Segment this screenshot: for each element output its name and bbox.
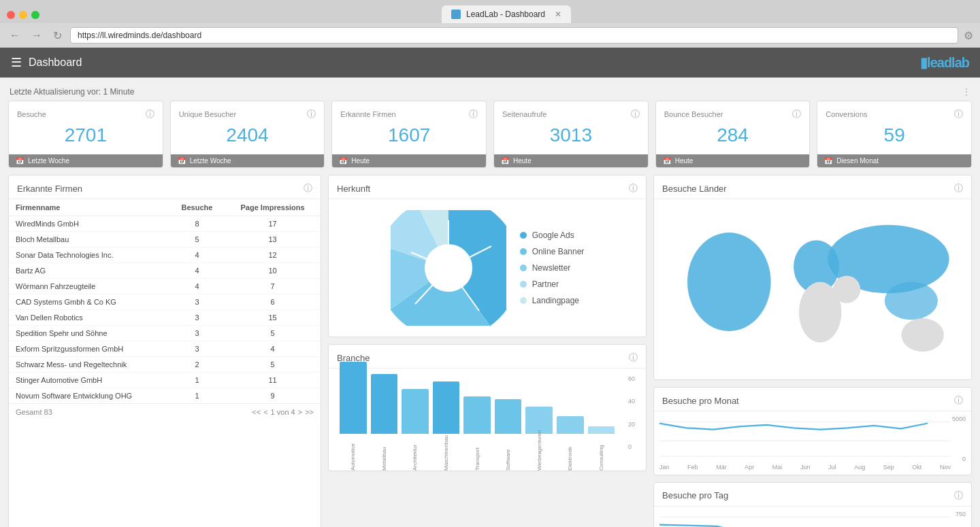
x-axis-label: Jan bbox=[659, 464, 670, 471]
calendar-icon-bounce: 📅 bbox=[663, 157, 671, 165]
table-row[interactable]: WiredMinds GmbH817 bbox=[9, 216, 321, 232]
first-page-button[interactable]: << bbox=[252, 408, 261, 416]
monat-y-max: 5000 bbox=[952, 415, 966, 422]
info-icon-firmen[interactable]: ⓘ bbox=[469, 108, 478, 120]
stat-value-besuche: 2701 bbox=[17, 120, 154, 150]
table-cell: 4 bbox=[225, 341, 321, 357]
besuche-laender-info-icon[interactable]: ⓘ bbox=[954, 182, 963, 194]
last-page-button[interactable]: >> bbox=[305, 408, 314, 416]
x-axis-label: Aug bbox=[854, 464, 865, 471]
bar-group: Architektur bbox=[402, 389, 429, 471]
stat-footer-unique: 📅 Letzte Woche bbox=[171, 154, 325, 167]
herkunft-pie-chart bbox=[391, 210, 506, 326]
table-row[interactable]: Schwarz Mess- und Regeltechnik25 bbox=[9, 357, 321, 373]
table-cell: 10 bbox=[225, 263, 321, 279]
x-axis-label: Apr bbox=[745, 464, 754, 471]
table-row[interactable]: Van Dellen Robotics315 bbox=[9, 310, 321, 326]
stat-value-bounce: 284 bbox=[664, 120, 802, 150]
stat-label-unique: Unique Besucher bbox=[179, 110, 236, 118]
refresh-button[interactable]: ↻ bbox=[50, 28, 65, 44]
url-bar[interactable] bbox=[70, 27, 958, 44]
x-axis-label: Feb bbox=[687, 464, 698, 471]
table-cell: 13 bbox=[225, 232, 321, 248]
bar-group: Metallbau bbox=[371, 374, 398, 471]
table-row[interactable]: CAD Systems Gmbh & Co KG36 bbox=[9, 294, 321, 310]
bar-group: Elektronik bbox=[557, 416, 584, 471]
stat-value-seiten: 3013 bbox=[502, 120, 640, 150]
bar-label: Software bbox=[505, 437, 511, 471]
info-icon-unique[interactable]: ⓘ bbox=[307, 108, 316, 120]
besuche-laender-header: Besuche Länder ⓘ bbox=[654, 175, 971, 199]
more-options-icon[interactable]: ⋮ bbox=[962, 87, 970, 97]
branche-info-icon[interactable]: ⓘ bbox=[629, 352, 638, 364]
bar-label: Consulting bbox=[598, 437, 604, 471]
world-map-container bbox=[654, 199, 971, 379]
svg-point-16 bbox=[901, 318, 943, 352]
table-row[interactable]: Exform Spritzgussformen GmbH34 bbox=[9, 341, 321, 357]
tab-close-button[interactable]: ✕ bbox=[555, 10, 561, 19]
legend-item-landing: Landingpage bbox=[520, 296, 585, 305]
info-icon-besuche[interactable]: ⓘ bbox=[146, 108, 154, 120]
next-page-button[interactable]: > bbox=[298, 408, 302, 416]
besuche-monat-info-icon[interactable]: ⓘ bbox=[954, 394, 963, 407]
stat-footer-seiten: 📅 Heute bbox=[494, 154, 648, 167]
page-indicator: 1 von 4 bbox=[271, 408, 295, 416]
legend-item-partner: Partner bbox=[520, 279, 585, 289]
settings-icon[interactable]: ⚙ bbox=[964, 29, 973, 42]
calendar-icon-unique: 📅 bbox=[178, 157, 186, 165]
bar-label: Maschinenbau bbox=[443, 437, 449, 471]
branche-chart-container: AutomotiveMetallbauArchitekturMaschinenb… bbox=[329, 369, 646, 471]
back-button[interactable]: ← bbox=[7, 28, 23, 43]
besuche-tag-svg bbox=[659, 509, 951, 527]
table-footer: Gesamt 83 << < 1 von 4 > >> bbox=[9, 403, 321, 420]
stat-label-bounce: Bounce Besucher bbox=[664, 110, 723, 118]
bar-group: Werbeagenturen bbox=[525, 407, 553, 471]
browser-tab[interactable]: LeadLab - Dashboard ✕ bbox=[442, 5, 571, 23]
stat-value-firmen: 1607 bbox=[340, 120, 478, 150]
y-label-60: 60 bbox=[628, 375, 635, 382]
tl-green[interactable] bbox=[31, 11, 39, 19]
col-impressions: Page Impressions bbox=[225, 199, 321, 216]
table-row[interactable]: Bloch Metallbau513 bbox=[9, 232, 321, 248]
tag-y-max: 750 bbox=[956, 511, 966, 517]
branche-bar-chart: AutomotiveMetallbauArchitekturMaschinenb… bbox=[340, 375, 615, 471]
table-row[interactable]: Spedition Spehr und Söhne35 bbox=[9, 326, 321, 341]
bar bbox=[588, 426, 615, 434]
info-icon-conversions[interactable]: ⓘ bbox=[954, 108, 963, 120]
info-icon-seiten[interactable]: ⓘ bbox=[631, 108, 640, 120]
col-besuche: Besuche bbox=[169, 199, 225, 216]
info-icon-bounce[interactable]: ⓘ bbox=[792, 108, 801, 120]
legend-item-banner: Online Banner bbox=[520, 247, 585, 256]
table-cell: 4 bbox=[169, 263, 225, 279]
stat-value-unique: 2404 bbox=[179, 120, 316, 150]
table-row[interactable]: Novum Software Entwicklung OHG19 bbox=[9, 388, 321, 404]
update-bar: Letzte Aktualisierung vor: 1 Minute ⋮ bbox=[8, 83, 972, 101]
bar bbox=[557, 416, 584, 434]
tl-red[interactable] bbox=[7, 11, 15, 19]
pagination[interactable]: << < 1 von 4 > >> bbox=[252, 408, 314, 416]
table-cell: 5 bbox=[169, 232, 225, 248]
prev-page-button[interactable]: < bbox=[263, 408, 267, 416]
table-cell: 4 bbox=[169, 279, 225, 294]
table-row[interactable]: Sonar Data Technologies Inc.412 bbox=[9, 248, 321, 263]
table-row[interactable]: Stinger Automotive GmbH111 bbox=[9, 373, 321, 388]
erkannte-firmen-info-icon[interactable]: ⓘ bbox=[304, 182, 312, 194]
table-cell: Bloch Metallbau bbox=[9, 232, 169, 248]
table-row[interactable]: Wörmann Fahrzeugteile47 bbox=[9, 279, 321, 294]
legend-label-banner: Online Banner bbox=[532, 247, 585, 256]
tab-favicon bbox=[451, 10, 461, 19]
bar bbox=[371, 374, 398, 434]
forward-button[interactable]: → bbox=[29, 28, 45, 43]
right-column: Besuche Länder ⓘ bbox=[653, 175, 972, 527]
branche-header: Branche ⓘ bbox=[329, 345, 646, 369]
herkunft-title: Herkunft bbox=[337, 184, 370, 194]
table-cell: Spedition Spehr und Söhne bbox=[9, 326, 169, 341]
herkunft-info-icon[interactable]: ⓘ bbox=[629, 182, 638, 194]
besuche-tag-info-icon[interactable]: ⓘ bbox=[954, 490, 963, 502]
stat-card-bounce: Bounce Besucher ⓘ 284 📅 Heute bbox=[655, 101, 811, 168]
table-cell: 9 bbox=[225, 388, 321, 404]
hamburger-menu[interactable]: ☰ bbox=[11, 55, 22, 70]
table-row[interactable]: Bartz AG410 bbox=[9, 263, 321, 279]
tl-yellow[interactable] bbox=[19, 11, 27, 19]
table-cell: 12 bbox=[225, 248, 321, 263]
